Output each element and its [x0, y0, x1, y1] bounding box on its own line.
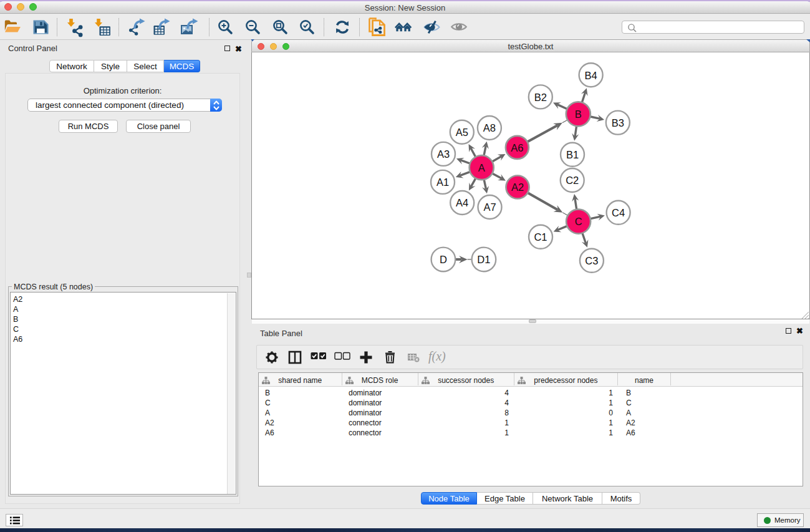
svg-text:A3: A3 — [437, 148, 450, 160]
svg-text:A6: A6 — [511, 142, 523, 153]
svg-text:C4: C4 — [612, 207, 625, 218]
svg-text:B4: B4 — [585, 70, 597, 81]
svg-text:A8: A8 — [483, 122, 496, 133]
svg-text:B3: B3 — [612, 117, 624, 128]
svg-text:C: C — [575, 216, 582, 227]
svg-text:D: D — [440, 254, 447, 265]
svg-text:D1: D1 — [477, 254, 490, 265]
svg-text:A: A — [478, 162, 485, 173]
svg-text:C1: C1 — [534, 231, 547, 243]
svg-text:A2: A2 — [511, 181, 524, 193]
svg-text:A4: A4 — [456, 197, 468, 208]
svg-text:B: B — [575, 109, 582, 120]
svg-text:C2: C2 — [566, 175, 579, 186]
svg-text:B1: B1 — [566, 149, 579, 160]
svg-text:A1: A1 — [436, 177, 449, 188]
svg-text:C3: C3 — [585, 255, 598, 266]
svg-text:A5: A5 — [456, 127, 468, 138]
svg-text:A7: A7 — [483, 201, 496, 213]
svg-text:B2: B2 — [534, 92, 547, 103]
